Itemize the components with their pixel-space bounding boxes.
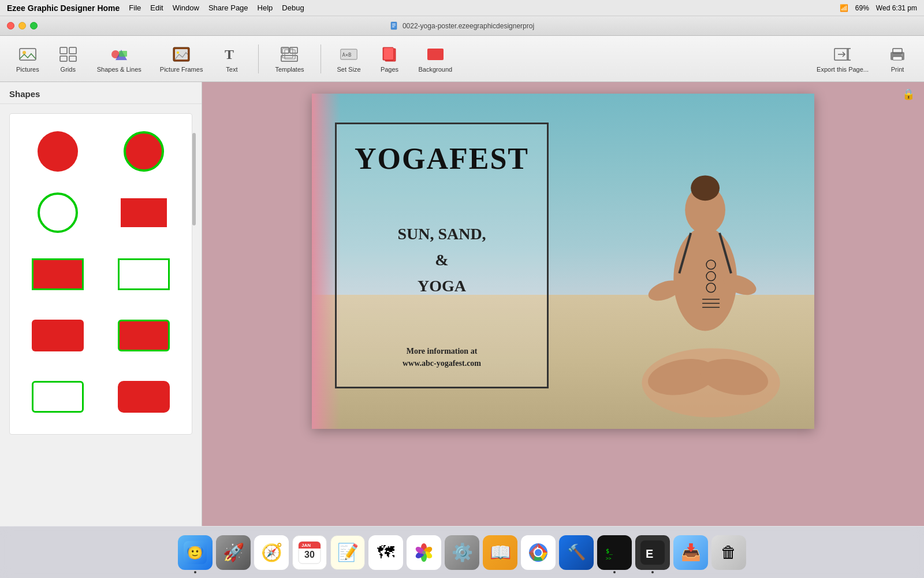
menu-edit[interactable]: Edit [150,3,163,12]
list-item[interactable] [19,125,96,177]
minimize-button[interactable] [18,22,26,29]
shapes-lines-icon [110,45,128,64]
text-icon: T [222,45,241,64]
toolbar-print[interactable]: Print [880,42,915,76]
toolbar: Pictures Grids [0,36,924,82]
app-window: 0022-yoga-poster.ezeegraphicdesignerproj… [0,16,924,578]
svg-text:🙂: 🙂 [187,545,203,561]
poster-subtitle: SUN, SAND,&YOGA [397,221,486,299]
svg-text:A×B: A×B [342,52,351,58]
clock: Wed 6:31 pm [876,4,917,12]
toolbar-export-page[interactable]: Export this Page... [810,42,875,76]
set-size-icon: A×B [340,45,358,64]
dock-item-rocket[interactable]: 🚀 [216,535,251,570]
list-item[interactable] [19,187,96,239]
list-item[interactable] [19,309,96,361]
menu-bar-right: 📶 69% Wed 6:31 pm [840,4,917,12]
dock-item-finder[interactable]: 🙂 [178,535,213,570]
poster-text-box[interactable]: YOGAFEST SUN, SAND,&YOGA More informatio… [335,123,549,388]
toolbar-shapes-lines[interactable]: Shapes & Lines [90,42,148,76]
dock-item-terminal[interactable]: $_ >> [597,535,632,570]
templates-icon [280,45,299,64]
svg-rect-12 [119,51,127,57]
picture-frames-icon [172,45,191,64]
toolbar-separator-2 [321,45,321,73]
toolbar-separator-1 [258,45,259,73]
lock-icon[interactable]: 🔒 [902,88,915,101]
toolbar-picture-frames[interactable]: Picture Frames [153,42,210,76]
print-icon [888,45,907,64]
list-item[interactable] [106,370,183,423]
filename: 0022-yoga-poster.ezeegraphicdesignerproj [403,22,534,30]
menu-debug[interactable]: Debug [282,3,304,12]
list-item[interactable] [106,187,183,239]
dock-item-books[interactable]: 📖 [483,535,517,570]
toolbar-grids[interactable]: Grids [51,42,85,76]
dock-item-safari[interactable]: 🧭 [254,535,289,570]
grids-icon [59,45,77,64]
svg-point-76 [535,549,542,556]
dock-item-ezee[interactable]: E [635,535,670,570]
list-item[interactable] [106,125,183,177]
pictures-icon [18,45,37,64]
toolbar-pictures[interactable]: Pictures [9,42,46,76]
title-bar-text: 0022-yoga-poster.ezeegraphicdesignerproj [390,21,534,31]
text-label: Text [226,66,237,73]
export-page-label: Export this Page... [817,66,869,73]
left-panel: Shapes [0,82,202,526]
list-item[interactable] [106,309,183,361]
toolbar-templates[interactable]: Templates [268,42,311,76]
shape-rect-outline [118,258,170,290]
dock-item-trash[interactable]: 🗑 [711,535,746,570]
set-size-label: Set Size [337,66,361,73]
toolbar-background[interactable]: Background [412,42,460,76]
canvas-area[interactable]: 🔒 [202,82,924,526]
shapes-grid [9,113,192,435]
dock-item-notes[interactable]: 📝 [330,535,365,570]
pages-label: Pages [381,66,398,73]
close-button[interactable] [7,22,14,29]
background-label: Background [419,66,453,73]
menu-share-page[interactable]: Share Page [208,3,248,12]
menu-file[interactable]: File [129,3,141,12]
dock-item-chrome[interactable] [521,535,556,570]
svg-rect-6 [60,47,67,54]
main-content: Shapes [0,82,924,526]
svg-point-37 [901,54,903,55]
picture-frames-label: Picture Frames [160,66,203,73]
dock-item-photos[interactable] [407,535,441,570]
menu-window[interactable]: Window [173,3,199,12]
toolbar-set-size[interactable]: A×B Set Size [330,42,368,76]
svg-rect-28 [427,49,444,60]
svg-text:JAN: JAN [301,543,311,548]
scrollbar[interactable] [192,133,196,225]
shape-rect-rounded [32,320,84,351]
menu-help[interactable]: Help [258,3,273,12]
dock-item-calendar[interactable]: JAN 30 [292,535,327,570]
list-item[interactable] [19,248,96,300]
panel-title: Shapes [0,82,202,104]
file-icon [390,21,399,31]
svg-rect-8 [60,56,67,61]
export-icon [833,45,852,64]
dock-item-downloads[interactable]: 📥 [673,535,708,570]
svg-rect-2 [392,25,396,25]
list-item[interactable] [106,248,183,300]
toolbar-pages[interactable]: Pages [372,42,407,76]
svg-rect-7 [69,47,76,54]
svg-rect-27 [384,48,393,60]
dock-item-settings[interactable]: ⚙️ [445,535,479,570]
shape-rect-outline-rounded [32,381,84,413]
poster-woman-figure [538,94,815,429]
svg-text:>>: >> [606,556,612,561]
toolbar-text[interactable]: T Text [214,42,249,76]
svg-point-15 [177,51,179,54]
dock-item-maps[interactable]: 🗺 [368,535,403,570]
list-item[interactable] [19,370,96,423]
traffic-lights [7,22,38,29]
svg-text:30: 30 [304,550,315,560]
maximize-button[interactable] [30,22,38,29]
dock-item-xcode[interactable]: 🔨 [559,535,594,570]
svg-text:$_: $_ [606,548,613,555]
poster[interactable]: YOGAFEST SUN, SAND,&YOGA More informatio… [312,94,814,429]
